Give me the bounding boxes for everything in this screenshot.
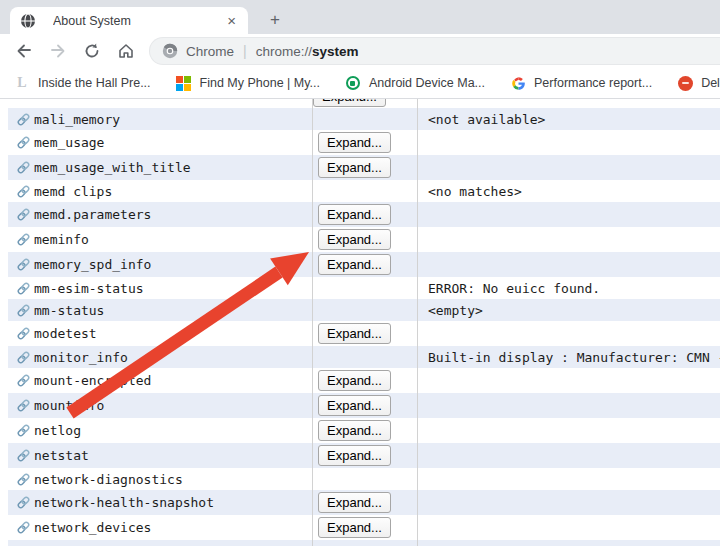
browser-toolbar: Chrome | chrome:// system <box>0 34 720 68</box>
address-bar[interactable]: Chrome | chrome:// system <box>149 37 720 65</box>
tab-close-icon[interactable]: × <box>225 13 238 28</box>
microsoft-logo-icon <box>176 75 192 91</box>
link-anchor-icon[interactable] <box>17 258 30 271</box>
stat-value: <empty> <box>417 303 720 318</box>
link-anchor-icon[interactable] <box>17 304 30 317</box>
bookmark-label: Android Device Ma... <box>369 76 485 90</box>
stat-control-cell: Expand... <box>312 323 417 344</box>
link-anchor-icon[interactable] <box>17 161 30 174</box>
stat-name-cell: modetest <box>8 326 312 341</box>
stat-name-cell: memd.parameters <box>8 207 312 222</box>
link-anchor-icon[interactable] <box>17 208 30 221</box>
table-row: netlog Expand... <box>8 418 720 443</box>
expand-button[interactable]: Expand... <box>318 395 391 416</box>
link-anchor-icon[interactable] <box>17 424 30 437</box>
expand-button[interactable]: Expand... <box>318 370 391 391</box>
stat-name-label: mem_usage <box>34 135 104 150</box>
bookmark-label: Inside the Hall Pre... <box>38 76 151 90</box>
expand-button[interactable]: Expand... <box>318 517 391 538</box>
forward-icon[interactable] <box>48 41 68 61</box>
stat-name-cell: monitor_info <box>8 350 312 365</box>
link-anchor-icon[interactable] <box>17 496 30 509</box>
tab-title: About System <box>53 14 225 28</box>
expand-button[interactable]: Expand... <box>318 254 391 275</box>
stat-name-label: network-diagnostics <box>34 472 183 487</box>
expand-button[interactable]: Expand... <box>318 132 391 153</box>
stat-name-label: memory_spd_info <box>34 257 151 272</box>
link-anchor-icon[interactable] <box>17 327 30 340</box>
bookmark-inside-the-hall[interactable]: L Inside the Hall Pre... <box>14 75 151 91</box>
link-anchor-icon[interactable] <box>17 113 30 126</box>
link-anchor-icon[interactable] <box>17 351 30 364</box>
table-row: memd.parameters Expand... <box>8 202 720 227</box>
stat-control-cell: Expand... <box>312 229 417 250</box>
stat-name-cell: mountinfo <box>8 398 312 413</box>
stat-name-label: mount-encrypted <box>34 373 151 388</box>
table-row: mount-encrypted Expand... <box>8 368 720 393</box>
stat-name-cell: mount-encrypted <box>8 373 312 388</box>
link-anchor-icon[interactable] <box>17 399 30 412</box>
stat-control-cell: Expand... <box>312 254 417 275</box>
expand-button[interactable]: Expand... <box>318 323 391 344</box>
expand-button[interactable]: Expand... <box>318 420 391 441</box>
link-anchor-icon[interactable] <box>17 473 30 486</box>
system-table-rows: mali_memory <not available> mem_usage Ex… <box>8 99 720 546</box>
stat-name-cell: memd clips <box>8 184 312 199</box>
stat-name-label: mem_usage_with_title <box>34 160 191 175</box>
expand-button[interactable]: Expand... <box>318 445 391 466</box>
table-row: mm-esim-status ERROR: No euicc found. <box>8 277 720 299</box>
link-anchor-icon[interactable] <box>17 374 30 387</box>
expand-button[interactable]: Expand... <box>318 492 391 513</box>
browser-window: About System × + Chr <box>0 0 720 546</box>
stat-control-cell: Expand... <box>312 395 417 416</box>
link-anchor-icon[interactable] <box>17 449 30 462</box>
stat-name-cell: mem_usage <box>8 135 312 150</box>
bookmark-label: Performance report... <box>534 76 652 90</box>
reload-icon[interactable] <box>82 41 102 61</box>
table-row: mem_usage Expand... <box>8 130 720 155</box>
stat-value: <not available> <box>417 112 720 127</box>
address-separator: | <box>243 43 247 59</box>
stat-name-cell: network-diagnostics <box>8 472 312 487</box>
stat-name-cell: mali_memory <box>8 112 312 127</box>
bookmark-android-device-manager[interactable]: Android Device Ma... <box>345 75 485 91</box>
stat-control-cell: Expand... <box>312 370 417 391</box>
tab-about-system[interactable]: About System × <box>10 7 248 34</box>
bookmark-performance-report[interactable]: Performance report... <box>510 75 652 91</box>
globe-favicon-icon <box>20 13 36 29</box>
new-tab-button[interactable]: + <box>262 9 288 31</box>
link-anchor-icon[interactable] <box>17 185 30 198</box>
table-row: memory_spd_info Expand... <box>8 252 720 277</box>
table-row: netstat Expand... <box>8 443 720 468</box>
bookmark-find-my-phone[interactable]: Find My Phone | My... <box>176 75 320 91</box>
bookmark-label: Dell Technologie <box>701 76 720 90</box>
table-row: memd clips <no matches> <box>8 180 720 202</box>
stat-control-cell: Expand... <box>312 445 417 466</box>
stat-name-cell: netstat <box>8 448 312 463</box>
stat-name-label: network_devices <box>34 520 151 535</box>
expand-button[interactable]: Expand... <box>318 157 391 178</box>
expand-button[interactable]: Expand... <box>318 204 391 225</box>
address-url-host: system <box>312 44 359 59</box>
dell-logo-icon <box>677 75 693 91</box>
stat-value: ERROR: No euicc found. <box>417 281 720 296</box>
column-divider <box>312 99 313 546</box>
expand-button[interactable]: Expand... <box>318 229 391 250</box>
link-anchor-icon[interactable] <box>17 136 30 149</box>
stat-control-cell: Expand... <box>312 492 417 513</box>
link-anchor-icon[interactable] <box>17 233 30 246</box>
stat-value: Built-in display : Manufacturer: CMN - P… <box>417 350 720 365</box>
partial-next-row <box>8 540 720 546</box>
stat-name-label: mountinfo <box>34 398 104 413</box>
letter-l-favicon-icon: L <box>14 75 30 91</box>
link-anchor-icon[interactable] <box>17 521 30 534</box>
stat-name-cell: mem_usage_with_title <box>8 160 312 175</box>
home-icon[interactable] <box>116 41 136 61</box>
link-anchor-icon[interactable] <box>17 282 30 295</box>
stat-name-label: netstat <box>34 448 89 463</box>
table-row: meminfo Expand... <box>8 227 720 252</box>
back-icon[interactable] <box>14 41 34 61</box>
address-url-scheme: chrome:// <box>256 44 312 59</box>
bookmark-dell-technologies[interactable]: Dell Technologie <box>677 75 720 91</box>
table-row: modetest Expand... <box>8 321 720 346</box>
